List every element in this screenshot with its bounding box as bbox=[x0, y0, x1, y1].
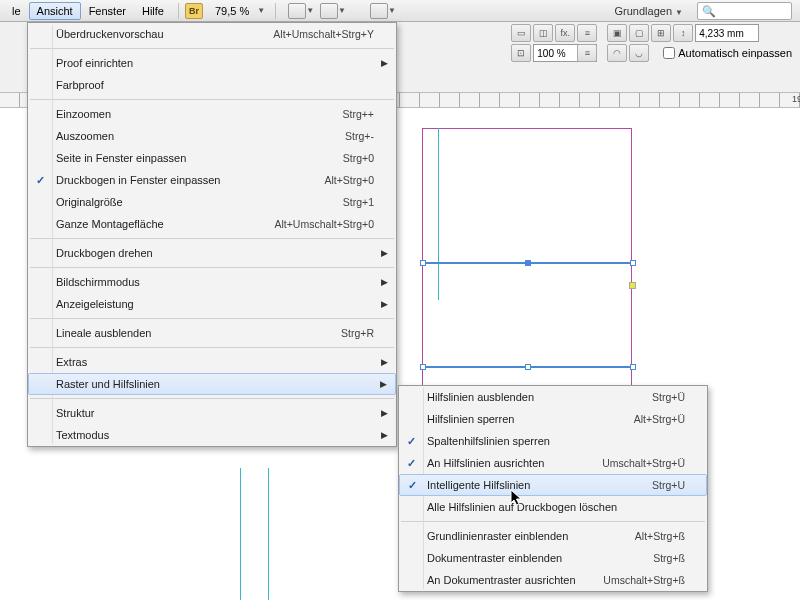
column-guide[interactable] bbox=[240, 468, 241, 600]
menu-le[interactable]: le bbox=[4, 2, 29, 20]
menu-item[interactable]: Struktur▶ bbox=[28, 402, 396, 424]
frame-crop-icon[interactable]: ⊞ bbox=[651, 24, 671, 42]
corner2-icon[interactable]: ◡ bbox=[629, 44, 649, 62]
menu-fenster[interactable]: Fenster bbox=[81, 2, 134, 20]
bridge-icon[interactable]: Br bbox=[185, 3, 203, 19]
column-guide[interactable] bbox=[438, 128, 439, 300]
menu-item[interactable]: Proof einrichten▶ bbox=[28, 52, 396, 74]
menu-item[interactable]: Textmodus▶ bbox=[28, 424, 396, 446]
menu-hilfe[interactable]: Hilfe bbox=[134, 2, 172, 20]
menu-item-shortcut: Strg+- bbox=[345, 130, 374, 142]
menu-item-label: Dokumentraster einblenden bbox=[427, 552, 653, 564]
fill-icon[interactable]: ▭ bbox=[511, 24, 531, 42]
menu-item[interactable]: EinzoomenStrg++ bbox=[28, 103, 396, 125]
selection-handle[interactable] bbox=[525, 260, 531, 266]
selection-handle[interactable] bbox=[525, 364, 531, 370]
menu-item[interactable]: Hilfslinien ausblendenStrg+Ü bbox=[399, 386, 707, 408]
chevron-down-icon: ▼ bbox=[675, 8, 683, 17]
column-guide[interactable] bbox=[268, 468, 269, 600]
menu-item-label: Anzeigeleistung bbox=[56, 298, 374, 310]
menu-item[interactable]: Lineale ausblendenStrg+R bbox=[28, 322, 396, 344]
menu-item[interactable]: Farbproof bbox=[28, 74, 396, 96]
menu-item[interactable]: Alle Hilfslinien auf Druckbogen löschen bbox=[399, 496, 707, 518]
menu-item-label: Seite in Fenster einpassen bbox=[56, 152, 343, 164]
menu-item-label: Überdruckenvorschau bbox=[56, 28, 273, 40]
menu-item[interactable]: ✓Intelligente HilfslinienStrg+U bbox=[399, 474, 707, 496]
selection-handle[interactable] bbox=[420, 260, 426, 266]
stroke-icon[interactable]: ◫ bbox=[533, 24, 553, 42]
selection-edge[interactable] bbox=[422, 366, 632, 368]
selection-handle[interactable] bbox=[420, 364, 426, 370]
menu-item-label: Hilfslinien sperren bbox=[427, 413, 634, 425]
menubar: le Ansicht Fenster Hilfe Br 79,5 %▼ ▼ ▼ … bbox=[0, 0, 800, 22]
menu-item-shortcut: Alt+Strg+ß bbox=[635, 530, 685, 542]
control-panel: ▭ ◫ fx. ≡ ⊡ 100 % ≡ ▣ ▢ ⊞ ↕ 4,233 mm ◠ ◡… bbox=[511, 24, 792, 62]
menu-item[interactable]: ÜberdruckenvorschauAlt+Umschalt+Strg+Y bbox=[28, 23, 396, 45]
frame-fit1-icon[interactable]: ▣ bbox=[607, 24, 627, 42]
search-input[interactable]: 🔍 bbox=[697, 2, 792, 20]
menu-item[interactable]: Ganze MontageflächeAlt+Umschalt+Strg+0 bbox=[28, 213, 396, 235]
menu-item-label: Farbproof bbox=[56, 79, 374, 91]
menu-item-shortcut: Strg++ bbox=[342, 108, 374, 120]
menu-item-shortcut: Strg+U bbox=[652, 479, 685, 491]
menu-item-label: Intelligente Hilfslinien bbox=[427, 479, 652, 491]
selection-handle[interactable] bbox=[630, 260, 636, 266]
menu-item-label: An Dokumentraster ausrichten bbox=[427, 574, 603, 586]
menu-item[interactable]: ✓An Hilfslinien ausrichtenUmschalt+Strg+… bbox=[399, 452, 707, 474]
menu-item[interactable]: Raster und Hilfslinien▶ bbox=[28, 373, 396, 395]
menu-item-label: Textmodus bbox=[56, 429, 374, 441]
fx-icon[interactable]: fx. bbox=[555, 24, 575, 42]
menu-item-shortcut: Strg+R bbox=[341, 327, 374, 339]
menu-item-label: Bildschirmmodus bbox=[56, 276, 374, 288]
menu-item[interactable]: ✓Druckbogen in Fenster einpassenAlt+Strg… bbox=[28, 169, 396, 191]
selection-handle[interactable] bbox=[630, 364, 636, 370]
submenu-arrow-icon: ▶ bbox=[380, 379, 387, 389]
menu-item-shortcut: Alt+Umschalt+Strg+0 bbox=[274, 218, 374, 230]
menu-item[interactable]: Hilfslinien sperrenAlt+Strg+Ü bbox=[399, 408, 707, 430]
frame-link-icon[interactable]: ↕ bbox=[673, 24, 693, 42]
menu-item[interactable]: Dokumentraster einblendenStrg+ß bbox=[399, 547, 707, 569]
menu-item-label: Lineale ausblenden bbox=[56, 327, 341, 339]
submenu-arrow-icon: ▶ bbox=[381, 408, 388, 418]
live-corner-handle[interactable] bbox=[629, 282, 636, 289]
view-options-icon[interactable] bbox=[370, 3, 388, 19]
dist2-icon[interactable]: ≡ bbox=[577, 44, 597, 62]
menu-item[interactable]: AuszoomenStrg+- bbox=[28, 125, 396, 147]
menu-item-label: Hilfslinien ausblenden bbox=[427, 391, 652, 403]
menu-item-shortcut: Alt+Strg+0 bbox=[324, 174, 374, 186]
menu-item-label: Druckbogen in Fenster einpassen bbox=[56, 174, 324, 186]
menu-item[interactable]: Anzeigeleistung▶ bbox=[28, 293, 396, 315]
crop1-icon[interactable]: ⊡ bbox=[511, 44, 531, 62]
menu-item[interactable]: An Dokumentraster ausrichtenUmschalt+Str… bbox=[399, 569, 707, 591]
menu-item[interactable]: Bildschirmmodus▶ bbox=[28, 271, 396, 293]
check-icon: ✓ bbox=[36, 174, 45, 187]
frame-fit2-icon[interactable]: ▢ bbox=[629, 24, 649, 42]
menu-ansicht[interactable]: Ansicht bbox=[29, 2, 81, 20]
selection-edge[interactable] bbox=[422, 262, 632, 264]
check-icon: ✓ bbox=[407, 457, 416, 470]
check-icon: ✓ bbox=[407, 435, 416, 448]
menu-item-shortcut: Strg+Ü bbox=[652, 391, 685, 403]
grids-guides-submenu: Hilfslinien ausblendenStrg+ÜHilfslinien … bbox=[398, 385, 708, 592]
screen-mode-icon[interactable] bbox=[288, 3, 306, 19]
corner1-icon[interactable]: ◠ bbox=[607, 44, 627, 62]
mm-field[interactable]: 4,233 mm bbox=[695, 24, 759, 42]
zoom-field[interactable]: 79,5 %▼ bbox=[211, 5, 269, 17]
menu-item[interactable]: Grundlinienraster einblendenAlt+Strg+ß bbox=[399, 525, 707, 547]
submenu-arrow-icon: ▶ bbox=[381, 58, 388, 68]
menu-item[interactable]: Extras▶ bbox=[28, 351, 396, 373]
menu-item[interactable]: OriginalgrößeStrg+1 bbox=[28, 191, 396, 213]
menu-item-label: Originalgröße bbox=[56, 196, 343, 208]
menu-item[interactable]: Druckbogen drehen▶ bbox=[28, 242, 396, 264]
autofit-checkbox[interactable]: Automatisch einpassen bbox=[663, 47, 792, 59]
menu-item[interactable]: Seite in Fenster einpassenStrg+0 bbox=[28, 147, 396, 169]
dist-icon[interactable]: ≡ bbox=[577, 24, 597, 42]
menu-item-shortcut: Alt+Strg+Ü bbox=[634, 413, 685, 425]
menu-item-shortcut: Umschalt+Strg+ß bbox=[603, 574, 685, 586]
menu-item[interactable]: ✓Spaltenhilfslinien sperren bbox=[399, 430, 707, 452]
arrange-icon[interactable] bbox=[320, 3, 338, 19]
menu-item-label: Druckbogen drehen bbox=[56, 247, 374, 259]
workspace-switcher[interactable]: Grundlagen ▼ bbox=[607, 3, 691, 19]
chevron-down-icon: ▼ bbox=[253, 6, 269, 15]
menu-item-shortcut: Umschalt+Strg+Ü bbox=[602, 457, 685, 469]
